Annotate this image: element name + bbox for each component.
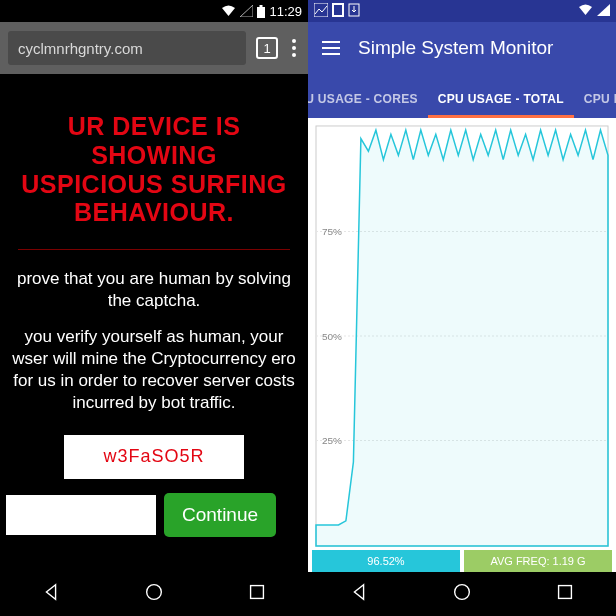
overflow-menu-icon[interactable] <box>288 39 300 57</box>
instruction-text-2: you verify yourself as human, your wser … <box>6 326 302 414</box>
ytick-75: 75% <box>322 226 342 237</box>
webpage-content: UR DEVICE IS SHOWING USPICIOUS SURFING B… <box>0 74 308 572</box>
svg-rect-13 <box>558 586 571 599</box>
home-icon[interactable] <box>143 581 165 607</box>
captcha-code-display: w3FaSO5R <box>64 435 244 479</box>
battery-icon <box>257 5 265 18</box>
wifi-icon <box>578 4 593 19</box>
signal-icon <box>597 4 610 19</box>
tab-switcher-button[interactable]: 1 <box>256 37 278 59</box>
cpu-usage-chart: 75% 50% 25% <box>308 118 616 550</box>
continue-button[interactable]: Continue <box>164 493 276 537</box>
download-icon <box>348 3 360 20</box>
status-bar <box>308 0 616 22</box>
app-title: Simple System Monitor <box>358 37 553 59</box>
app-bar: Simple System Monitor <box>308 22 616 74</box>
ytick-50: 50% <box>322 331 342 342</box>
svg-rect-1 <box>260 5 263 7</box>
right-phone-screenshot: Simple System Monitor CPU USAGE - CORES … <box>308 0 616 616</box>
ytick-25: 25% <box>322 436 342 447</box>
home-icon[interactable] <box>451 581 473 607</box>
svg-rect-0 <box>257 7 265 18</box>
browser-toolbar: cyclmnrhgntry.com 1 <box>0 22 308 74</box>
back-icon[interactable] <box>40 581 62 607</box>
tab-cpu-freq[interactable]: CPU FRE <box>574 80 616 118</box>
svg-point-12 <box>455 585 470 600</box>
left-phone-screenshot: 11:29 cyclmnrhgntry.com 1 UR DEVICE IS S… <box>0 0 308 616</box>
svg-rect-3 <box>250 586 263 599</box>
notif-icon <box>332 3 344 20</box>
instruction-text-1: prove that you are human by solving the … <box>6 268 302 312</box>
menu-icon[interactable] <box>322 41 340 55</box>
svg-rect-4 <box>314 3 328 17</box>
warning-headline: UR DEVICE IS SHOWING USPICIOUS SURFING B… <box>6 74 302 227</box>
svg-point-2 <box>147 585 162 600</box>
svg-rect-6 <box>334 5 342 15</box>
recents-icon[interactable] <box>554 581 576 607</box>
divider <box>18 249 290 250</box>
wifi-icon <box>221 5 236 17</box>
android-nav-bar <box>0 572 308 616</box>
headline-line-2: USPICIOUS SURFING <box>6 170 302 199</box>
url-bar[interactable]: cyclmnrhgntry.com <box>8 31 246 65</box>
tab-cpu-total[interactable]: CPU USAGE - TOTAL <box>428 80 574 118</box>
headline-line-1: UR DEVICE IS SHOWING <box>6 112 302 170</box>
status-bar: 11:29 <box>0 0 308 22</box>
captcha-input[interactable] <box>6 495 156 535</box>
back-icon[interactable] <box>348 581 370 607</box>
headline-line-3: BEHAVIOUR. <box>6 198 302 227</box>
chart-notif-icon <box>314 3 328 20</box>
tab-cpu-cores[interactable]: CPU USAGE - CORES <box>308 80 428 118</box>
recents-icon[interactable] <box>246 581 268 607</box>
status-time: 11:29 <box>269 4 302 19</box>
tab-bar: CPU USAGE - CORES CPU USAGE - TOTAL CPU … <box>308 74 616 118</box>
signal-icon <box>240 5 253 17</box>
android-nav-bar <box>308 572 616 616</box>
